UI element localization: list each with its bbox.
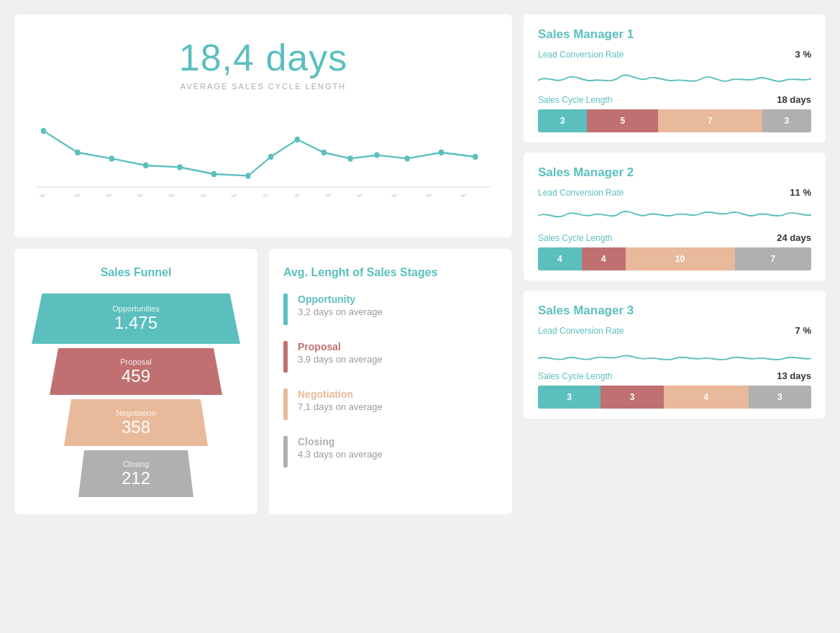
lcr-label-3: Lead Conversion Rate — [538, 326, 624, 336]
scl-value-3: 13 days — [777, 370, 811, 381]
bar-seg-3-3: 4 — [664, 386, 749, 409]
stage-name-closing: Closing — [298, 436, 383, 447]
bar-seg-1-1: 3 — [538, 109, 587, 132]
sparkline-3 — [538, 340, 811, 368]
stage-avg-negotiation: 7,1 days on average — [298, 401, 383, 412]
stage-indicator-opportunity — [283, 293, 288, 325]
funnel-opportunities: Opportunities 1.475 — [32, 293, 240, 344]
avg-length-card: Avg. Lenght of Sales Stages Opportunity … — [269, 249, 512, 514]
svg-point-2 — [75, 150, 80, 155]
stacked-bar-3: 3343 — [538, 386, 811, 409]
manager-card-3: Sales Manager 3Lead Conversion Rate7 %Sa… — [524, 291, 826, 419]
stage-avg-proposal: 3,9 days on average — [298, 354, 383, 365]
lcr-row-1: Lead Conversion Rate3 % — [538, 49, 811, 60]
scl-label-1: Sales Cycle Length — [538, 95, 612, 105]
lcr-value-2: 11 % — [790, 187, 811, 198]
svg-point-3 — [109, 155, 114, 161]
lcr-row-2: Lead Conversion Rate11 % — [538, 187, 811, 198]
bar-seg-2-3: 10 — [626, 247, 735, 270]
bar-seg-2-4: 7 — [735, 247, 811, 270]
lcr-label-1: Lead Conversion Rate — [538, 50, 624, 60]
funnel-title: Sales Funnel — [29, 266, 243, 279]
manager-name-3: Sales Manager 3 — [538, 304, 811, 318]
bar-seg-2-2: 4 — [582, 247, 626, 270]
avg-length-title: Avg. Lenght of Sales Stages — [283, 266, 498, 279]
stage-avg-closing: 4,3 days on average — [298, 449, 383, 460]
scl-value-2: 24 days — [777, 232, 811, 243]
stage-name-negotiation: Negotiation — [298, 388, 383, 400]
svg-point-15 — [472, 154, 478, 160]
svg-point-11 — [347, 155, 352, 161]
stage-avg-opportunity: 3,2 days on average — [298, 306, 383, 317]
dashboard: 18,4 days AVERAGE SALES CYCLE LENGTH — [14, 14, 826, 514]
svg-point-10 — [321, 150, 327, 155]
svg-point-8 — [268, 154, 273, 160]
bar-seg-1-3: 7 — [658, 109, 762, 132]
manager-card-2: Sales Manager 2Lead Conversion Rate11 %S… — [524, 152, 826, 281]
lcr-label-2: Lead Conversion Rate — [538, 188, 624, 198]
bottom-row: Sales Funnel Opportunities 1.475 Proposa… — [14, 249, 512, 514]
x-axis: W 53 2015 W 1 2016 W 2 2016 W 3 2016 W 4… — [36, 194, 490, 223]
svg-point-12 — [374, 152, 379, 158]
bar-seg-1-4: 3 — [762, 109, 811, 132]
bar-seg-3-1: 3 — [538, 386, 601, 409]
manager-name-1: Sales Manager 1 — [538, 27, 811, 42]
stage-opportunity: Opportunity 3,2 days on average — [283, 293, 498, 325]
svg-point-9 — [295, 137, 300, 142]
bar-seg-1-2: 5 — [587, 109, 658, 132]
avg-cycle-label: AVERAGE SALES CYCLE LENGTH — [36, 82, 490, 91]
scl-row-1: Sales Cycle Length18 days — [538, 94, 811, 105]
bar-seg-2-1: 4 — [538, 247, 582, 270]
stage-closing: Closing 4,3 days on average — [283, 436, 498, 468]
stage-indicator-closing — [283, 436, 288, 468]
managers-column: Sales Manager 1Lead Conversion Rate3 %Sa… — [524, 14, 826, 514]
stage-proposal: Proposal 3,9 days on average — [283, 341, 498, 373]
scl-label-3: Sales Cycle Length — [538, 371, 612, 381]
stacked-bar-1: 3573 — [538, 109, 811, 132]
stacked-bar-2: 44107 — [538, 247, 811, 270]
avg-cycle-card: 18,4 days AVERAGE SALES CYCLE LENGTH — [14, 14, 512, 237]
manager-name-2: Sales Manager 2 — [538, 165, 811, 180]
scl-row-3: Sales Cycle Length13 days — [538, 370, 811, 381]
stage-negotiation: Negotiation 7,1 days on average — [283, 388, 498, 420]
funnel-closing: Closing 212 — [78, 450, 193, 497]
lcr-value-1: 3 % — [795, 49, 811, 60]
stage-indicator-negotiation — [283, 388, 288, 420]
funnel-negotiation: Negotiation 358 — [64, 399, 208, 446]
bar-seg-3-2: 3 — [601, 386, 663, 409]
svg-point-1 — [41, 128, 46, 134]
avg-cycle-value: 18,4 days — [36, 36, 490, 79]
svg-point-6 — [211, 171, 216, 177]
bar-seg-3-4: 3 — [749, 386, 811, 409]
lcr-row-3: Lead Conversion Rate7 % — [538, 325, 811, 336]
sparkline-2 — [538, 202, 811, 229]
scl-label-2: Sales Cycle Length — [538, 233, 612, 243]
svg-point-5 — [177, 164, 182, 170]
stage-name-proposal: Proposal — [298, 341, 383, 352]
svg-point-13 — [404, 155, 409, 161]
funnel-wrapper: Opportunities 1.475 Proposal 459 Negotia… — [29, 293, 243, 497]
manager-card-1: Sales Manager 1Lead Conversion Rate3 %Sa… — [524, 14, 826, 142]
stage-name-opportunity: Opportunity — [298, 293, 383, 305]
svg-point-7 — [245, 173, 250, 178]
scl-value-1: 18 days — [777, 94, 811, 105]
svg-point-4 — [143, 163, 148, 168]
scl-row-2: Sales Cycle Length24 days — [538, 232, 811, 243]
stage-indicator-proposal — [283, 341, 288, 373]
funnel-proposal: Proposal 459 — [50, 348, 222, 395]
sales-funnel-card: Sales Funnel Opportunities 1.475 Proposa… — [14, 249, 257, 514]
sparkline-1 — [538, 64, 811, 91]
lcr-value-3: 7 % — [795, 325, 811, 336]
main-sparkline — [36, 105, 490, 191]
svg-point-14 — [439, 150, 444, 155]
